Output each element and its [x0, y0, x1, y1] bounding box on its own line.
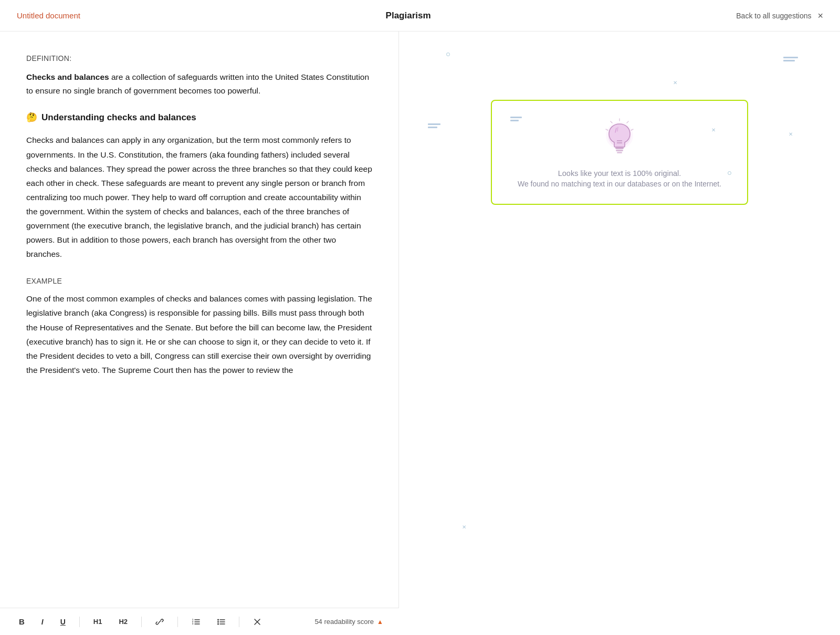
svg-text:3: 3: [192, 622, 194, 625]
bottom-toolbar: B I U H1 H2 1 2 3: [0, 608, 399, 635]
unordered-list-button[interactable]: [214, 616, 228, 628]
toolbar-divider-2: [141, 617, 142, 627]
definition-label: DEFINITION:: [26, 53, 372, 65]
header-right: Back to all suggestions ×: [736, 11, 823, 20]
link-button[interactable]: [152, 616, 167, 628]
deco-mini-doc-2: [428, 123, 440, 128]
deco-card-circle: [728, 171, 731, 175]
close-icon[interactable]: ×: [817, 11, 823, 20]
unordered-list-icon: [217, 618, 225, 626]
toolbar-divider-4: [239, 617, 239, 627]
readability-score-text: 54 readability score: [314, 618, 374, 626]
link-icon: [155, 618, 164, 626]
document-text: DEFINITION: Checks and balances are a co…: [26, 53, 372, 377]
svg-point-25: [217, 623, 219, 624]
plagiarism-result-card: ✕: [491, 100, 748, 205]
back-to-suggestions-link[interactable]: Back to all suggestions: [736, 12, 811, 20]
example-label: EXAMPLE: [26, 275, 372, 288]
result-secondary-text: We found no matching text in our databas…: [518, 180, 721, 188]
deco-circle-1: [446, 53, 450, 56]
deco-x-2: ✕: [789, 131, 793, 137]
main-layout: DEFINITION: Checks and balances are a co…: [0, 32, 840, 635]
deco-card-x: ✕: [711, 127, 716, 133]
readability-score: 54 readability score ▲: [314, 618, 383, 626]
plagiarism-panel: ✕ ✕ ✕: [399, 32, 840, 635]
understanding-heading: 🤔 Understanding checks and balances: [26, 110, 372, 126]
toolbar-divider-3: [177, 617, 178, 627]
h1-button[interactable]: H1: [90, 616, 106, 628]
italic-button[interactable]: I: [38, 616, 47, 628]
svg-rect-5: [616, 150, 623, 151]
svg-point-23: [217, 619, 219, 620]
deco-x-bottom: ✕: [462, 524, 466, 530]
header: Untitled document Plagiarism Back to all…: [0, 0, 840, 32]
document-content-area: DEFINITION: Checks and balances are a co…: [0, 32, 399, 635]
result-primary-text: Looks like your text is 100% original.: [558, 169, 681, 178]
understanding-body: Checks and balances can apply in any org…: [26, 133, 372, 261]
definition-body: Checks and balances are a collection of …: [26, 70, 372, 98]
svg-line-10: [627, 121, 628, 123]
ordered-list-button[interactable]: 1 2 3: [188, 616, 203, 628]
original-text-bulb-icon: [598, 117, 640, 159]
deco-mini-doc-1: [783, 57, 798, 61]
svg-line-12: [611, 121, 612, 123]
bold-button[interactable]: B: [16, 615, 28, 628]
readability-arrow-icon: ▲: [377, 618, 383, 626]
understanding-emoji: 🤔: [26, 110, 37, 126]
h2-button[interactable]: H2: [116, 616, 131, 628]
definition-bold-text: Checks and balances: [26, 72, 109, 81]
svg-rect-6: [617, 152, 622, 153]
clear-format-icon: [253, 618, 261, 626]
toolbar-divider-1: [79, 617, 80, 627]
panel-title: Plagiarism: [386, 11, 431, 21]
understanding-heading-text: Understanding checks and balances: [41, 110, 196, 126]
doc-title[interactable]: Untitled document: [17, 11, 80, 20]
svg-point-24: [217, 621, 219, 622]
underline-button[interactable]: U: [57, 616, 69, 628]
svg-rect-4: [615, 147, 624, 149]
clear-format-button[interactable]: [250, 616, 265, 628]
example-body: One of the most common examples of check…: [26, 292, 372, 377]
deco-x-1: ✕: [673, 80, 677, 86]
ordered-list-icon: 1 2 3: [192, 618, 200, 626]
deco-card-mini-doc: [510, 117, 522, 121]
